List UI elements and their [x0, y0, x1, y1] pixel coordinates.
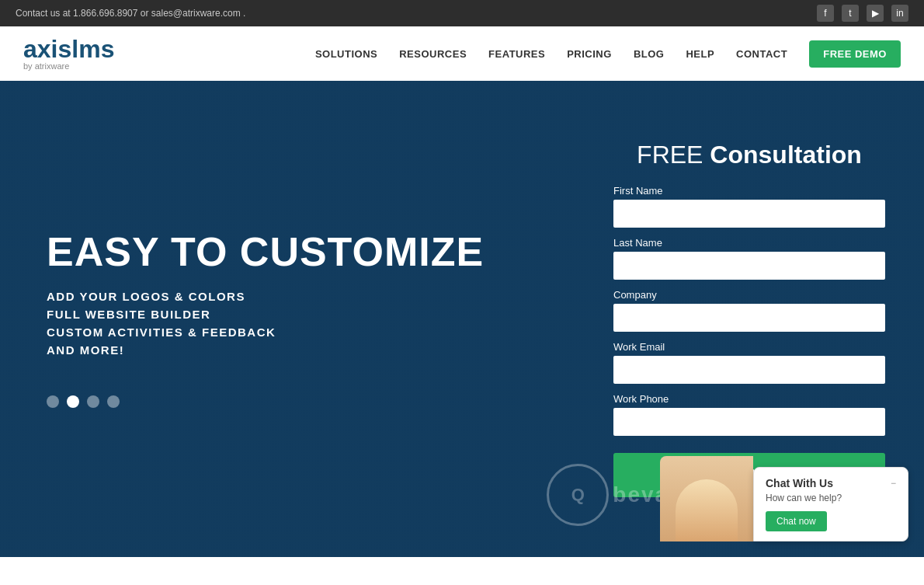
- first-name-group: First Name: [613, 185, 885, 228]
- hero-title: EASY TO CUSTOMIZE: [47, 230, 544, 274]
- form-title-free: FREE: [637, 141, 703, 169]
- watermark-circle: Q: [547, 464, 609, 526]
- social-icons-group: f t ▶ in: [817, 5, 908, 22]
- form-title: FREE Consultation: [613, 141, 885, 169]
- logo-sub: by atrixware: [23, 61, 114, 71]
- or-text: or: [141, 8, 151, 19]
- linkedin-icon[interactable]: in: [891, 5, 908, 22]
- hero-bullets: ADD YOUR LOGOS & COLORS FULL WEBSITE BUI…: [47, 290, 544, 357]
- work-phone-label: Work Phone: [613, 393, 885, 405]
- nav-links: SOLUTIONS RESOURCES FEATURES PRICING BLO…: [315, 40, 901, 68]
- company-input[interactable]: [613, 304, 885, 332]
- period: .: [243, 8, 245, 19]
- company-group: Company: [613, 289, 885, 332]
- work-email-group: Work Email: [613, 341, 885, 384]
- first-name-input[interactable]: [613, 200, 885, 228]
- work-email-input[interactable]: [613, 356, 885, 384]
- nav-solutions[interactable]: SOLUTIONS: [315, 48, 377, 60]
- nav-features[interactable]: FEATURES: [488, 48, 545, 60]
- form-title-consultation: Consultation: [710, 141, 862, 169]
- last-name-input[interactable]: [613, 252, 885, 280]
- facebook-icon[interactable]: f: [817, 5, 834, 22]
- slider-dots: [47, 395, 544, 408]
- dot-3[interactable]: [87, 395, 99, 408]
- company-label: Company: [613, 289, 885, 301]
- last-name-group: Last Name: [613, 237, 885, 280]
- watermark-q: Q: [571, 485, 585, 505]
- chat-bubble: Chat With Us − How can we help? Chat now: [753, 467, 908, 541]
- hero-left-content: EASY TO CUSTOMIZE ADD YOUR LOGOS & COLOR…: [0, 183, 590, 454]
- dot-4[interactable]: [107, 395, 120, 408]
- logo[interactable]: axislms by atrixware: [23, 37, 114, 71]
- logo-text: axislms: [23, 37, 114, 61]
- nav-contact[interactable]: CONTACT: [736, 48, 787, 60]
- chat-title: Chat With Us: [766, 477, 833, 489]
- hero-section: EASY TO CUSTOMIZE ADD YOUR LOGOS & COLOR…: [0, 81, 924, 557]
- first-name-label: First Name: [613, 185, 885, 197]
- nav-help[interactable]: HELP: [686, 48, 714, 60]
- dot-2[interactable]: [67, 395, 79, 408]
- twitter-icon[interactable]: t: [842, 5, 859, 22]
- contact-text: Contact us at: [16, 8, 73, 19]
- chat-widget: Chat With Us − How can we help? Chat now: [660, 456, 908, 541]
- youtube-icon[interactable]: ▶: [867, 5, 884, 22]
- chat-now-button[interactable]: Chat now: [766, 511, 827, 531]
- nav-blog[interactable]: BLOG: [634, 48, 665, 60]
- phone-link[interactable]: 1.866.696.8907: [73, 8, 137, 19]
- email-link[interactable]: sales@atrixware.com: [151, 8, 241, 19]
- chat-avatar: [660, 456, 753, 541]
- chat-subtitle: How can we help?: [766, 493, 896, 503]
- bullet-3: CUSTOM ACTIVITIES & FEEDBACK: [47, 326, 544, 339]
- work-phone-input[interactable]: [613, 408, 885, 436]
- nav-pricing[interactable]: PRICING: [567, 48, 612, 60]
- bullet-1: ADD YOUR LOGOS & COLORS: [47, 290, 544, 303]
- work-phone-group: Work Phone: [613, 393, 885, 436]
- work-email-label: Work Email: [613, 341, 885, 353]
- bullet-2: FULL WEBSITE BUILDER: [47, 308, 544, 321]
- last-name-label: Last Name: [613, 237, 885, 249]
- main-nav: axislms by atrixware SOLUTIONS RESOURCES…: [0, 26, 924, 81]
- nav-resources[interactable]: RESOURCES: [399, 48, 467, 60]
- free-demo-button[interactable]: FREE DEMO: [809, 40, 901, 68]
- avatar-shape: [676, 479, 738, 541]
- chat-bubble-header: Chat With Us −: [766, 477, 896, 489]
- chat-close-button[interactable]: −: [891, 478, 896, 489]
- dot-1[interactable]: [47, 395, 59, 408]
- top-bar: Contact us at 1.866.696.8907 or sales@at…: [0, 0, 924, 26]
- bullet-4: AND MORE!: [47, 343, 544, 357]
- contact-info: Contact us at 1.866.696.8907 or sales@at…: [16, 8, 245, 19]
